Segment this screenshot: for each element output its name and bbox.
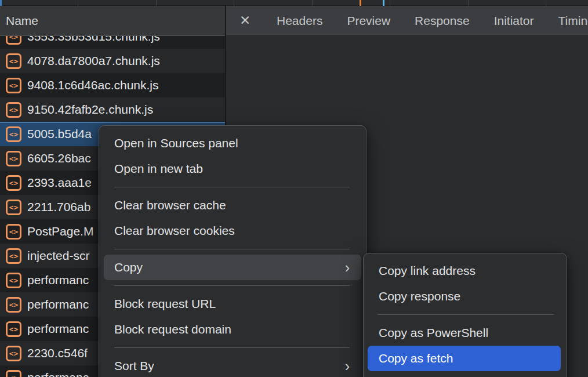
script-file-icon: <>	[6, 78, 21, 93]
menu-item-label: Sort By	[114, 359, 154, 373]
overview-divider	[156, 0, 157, 6]
request-name-label: 9150.42fafb2e.chunk.js	[27, 103, 153, 117]
devtools-network-panel: <> 3553.35b53d15.chunk.js <> 4078.da7800…	[0, 0, 588, 377]
menu-item-copy-link-address[interactable]: Copy link address	[364, 258, 567, 284]
menu-item-label: Block request domain	[114, 322, 231, 336]
menu-item-label: Copy	[114, 260, 143, 274]
menu-item-label: Open in new tab	[114, 162, 203, 176]
request-name-label: 5005.b5d4a	[27, 127, 92, 141]
request-name-label: 2211.706ab	[27, 200, 90, 214]
request-name-label: 2230.c546f	[27, 346, 88, 360]
script-file-icon: <>	[6, 126, 21, 142]
script-file-icon: <>	[6, 224, 21, 240]
menu-separator	[114, 187, 350, 187]
request-name-label: performanc	[27, 371, 89, 377]
network-overview-strip[interactable]	[0, 0, 588, 6]
overview-divider	[468, 0, 469, 6]
menu-item-copy-response[interactable]: Copy response	[364, 284, 567, 309]
column-header-name[interactable]: Name	[0, 6, 225, 36]
menu-item-copy-as-powershell[interactable]: Copy as PowerShell	[364, 320, 567, 346]
request-name-label: performanc	[27, 273, 89, 287]
detail-tab-bar: ✕ Headers Preview Response Initiator Tim…	[226, 6, 588, 36]
menu-item-clear-browser-cookies[interactable]: Clear browser cookies	[99, 218, 366, 244]
network-request-row[interactable]: <> 4078.da7800a7.chunk.js	[0, 49, 225, 73]
context-menu: Open in Sources panel Open in new tab Cl…	[99, 125, 366, 377]
tab-preview[interactable]: Preview	[347, 14, 390, 28]
menu-item-label: Copy as PowerShell	[379, 326, 488, 340]
menu-item-block-request-domain[interactable]: Block request domain	[99, 317, 366, 342]
request-name-label: performanc	[27, 298, 89, 311]
request-name-label: performanc	[27, 322, 89, 336]
menu-separator	[114, 249, 350, 249]
menu-item-label: Copy response	[379, 289, 460, 303]
script-file-icon: <>	[6, 321, 21, 337]
menu-item-label: Copy as fetch	[379, 351, 453, 365]
script-file-icon: <>	[6, 53, 21, 69]
request-name-label: 9408.1c6d46ac.chunk.js	[27, 78, 159, 92]
menu-item-label: Copy link address	[379, 264, 476, 278]
script-file-icon: <>	[6, 151, 21, 166]
request-name-label: 4078.da7800a7.chunk.js	[27, 54, 160, 68]
script-file-icon: <>	[6, 175, 21, 191]
menu-separator	[114, 285, 350, 286]
column-header-label: Name	[6, 14, 38, 28]
script-file-icon: <>	[6, 273, 21, 288]
copy-submenu: Copy link address Copy response Copy as …	[363, 253, 567, 377]
overview-divider	[312, 0, 313, 6]
menu-item-label: Open in Sources panel	[114, 136, 238, 150]
menu-item-block-request-url[interactable]: Block request URL	[99, 291, 366, 317]
submenu-chevron-icon: ›	[345, 260, 350, 275]
overview-selection-marker	[0, 0, 2, 6]
script-file-icon: <>	[6, 346, 21, 361]
menu-separator	[378, 314, 554, 315]
close-icon[interactable]: ✕	[239, 13, 252, 28]
request-name-label: PostPage.M	[27, 224, 93, 238]
overview-divider	[78, 0, 78, 6]
menu-item-copy-as-fetch[interactable]: Copy as fetch	[368, 346, 561, 371]
script-file-icon: <>	[6, 297, 21, 313]
menu-item-open-in-sources-panel[interactable]: Open in Sources panel	[99, 130, 366, 156]
request-name-label: 2393.aaa1e	[27, 176, 92, 190]
overview-divider	[546, 0, 546, 6]
menu-separator	[114, 347, 350, 348]
overview-event-tick-blue	[383, 0, 384, 6]
script-file-icon: <>	[6, 102, 21, 118]
overview-event-tick-orange	[360, 0, 361, 6]
menu-item-open-in-new-tab[interactable]: Open in new tab	[99, 156, 366, 182]
menu-item-label: Block request URL	[114, 297, 216, 311]
request-name-label: 6605.26bac	[27, 151, 91, 165]
tab-headers[interactable]: Headers	[277, 14, 322, 28]
network-request-row[interactable]: <> 9408.1c6d46ac.chunk.js	[0, 73, 225, 97]
script-file-icon: <>	[6, 370, 21, 377]
menu-item-sort-by[interactable]: Sort By ›	[99, 353, 366, 377]
network-request-row[interactable]: <> 9150.42fafb2e.chunk.js	[0, 97, 225, 122]
overview-divider	[234, 0, 234, 6]
menu-item-label: Clear browser cache	[114, 198, 226, 212]
overview-divider	[390, 0, 390, 6]
script-file-icon: <>	[6, 248, 21, 264]
request-name-label: injected-scr	[27, 249, 89, 263]
menu-item-clear-browser-cache[interactable]: Clear browser cache	[99, 193, 366, 218]
menu-item-copy[interactable]: Copy ›	[104, 255, 361, 280]
tab-response[interactable]: Response	[415, 14, 470, 28]
menu-item-label: Clear browser cookies	[114, 224, 235, 238]
tab-initiator[interactable]: Initiator	[494, 14, 534, 28]
submenu-chevron-icon: ›	[345, 359, 350, 374]
script-file-icon: <>	[6, 200, 21, 215]
tab-timing[interactable]: Timing	[558, 14, 588, 28]
